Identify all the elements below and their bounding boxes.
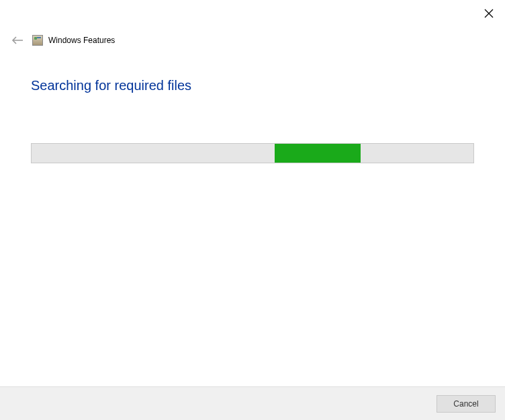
page-heading: Searching for required files xyxy=(31,78,474,93)
app-icon xyxy=(32,35,43,46)
header-row: Windows Features xyxy=(0,32,505,48)
close-button[interactable] xyxy=(482,7,496,20)
content-area: Searching for required files xyxy=(0,48,505,163)
titlebar xyxy=(0,0,505,27)
cancel-button[interactable]: Cancel xyxy=(437,395,496,413)
back-button[interactable] xyxy=(9,32,26,48)
close-icon xyxy=(484,9,494,18)
window-title: Windows Features xyxy=(48,36,115,45)
progress-indicator xyxy=(275,144,361,163)
back-arrow-icon xyxy=(11,36,24,45)
progress-bar xyxy=(31,143,474,163)
footer: Cancel xyxy=(0,386,505,420)
progress-container xyxy=(31,143,474,163)
